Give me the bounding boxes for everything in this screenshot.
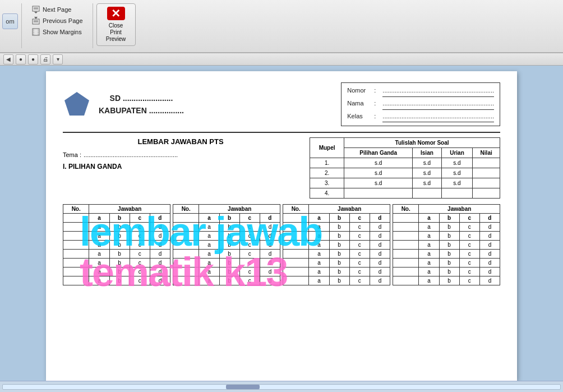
ans-row-3-7: abcd xyxy=(283,276,390,285)
mupel-is-1: s.d xyxy=(413,158,441,168)
show-margins-button[interactable]: Show Margins xyxy=(30,27,84,37)
th-d-1: d xyxy=(150,214,170,223)
th-a-4: a xyxy=(419,214,439,223)
ans-row-1-6: abcd xyxy=(63,268,170,276)
mupel-ur-1: s.d xyxy=(441,158,473,168)
th-c-4: c xyxy=(459,214,479,223)
kelas-colon: : xyxy=(374,111,376,124)
show-margins-label: Show Margins xyxy=(43,29,82,35)
tb2-btn-1[interactable]: ◀ xyxy=(3,54,13,64)
school-logo xyxy=(63,90,91,118)
kelas-row: Kelas : ................................… xyxy=(347,111,494,124)
mupel-row-4: 4. xyxy=(310,188,500,199)
ans-row-4-7: abcd xyxy=(393,276,500,285)
mupel-ur-4 xyxy=(441,188,473,199)
urian-col: Urian xyxy=(441,148,473,158)
toolbar-separator-2 xyxy=(93,3,93,48)
tb2-btn-4[interactable]: 🖨 xyxy=(40,54,50,64)
ans-row-4-1: abcd xyxy=(393,223,500,232)
zoom-label: om xyxy=(6,18,14,25)
jawaban-col-4: Jawaban xyxy=(419,205,500,214)
th-empty-1 xyxy=(63,214,89,223)
nama-dots: ........................................… xyxy=(382,98,494,110)
answer-table-3: No. Jawaban a b c d abcd abcd abcd a xyxy=(283,204,390,285)
pg-col: Pilihan Ganda xyxy=(344,148,413,158)
ans-row-1-3: abcd xyxy=(63,241,170,250)
nama-colon: : xyxy=(374,98,376,111)
th-c-3: c xyxy=(349,214,370,223)
mupel-row-1: 1. s.d s.d s.d xyxy=(310,158,500,168)
close-print-label: Close Print Preview xyxy=(103,22,130,43)
ans-row-4-5: abcd xyxy=(393,259,500,268)
school-name-line2: KABUPATEN ................ xyxy=(99,104,184,117)
next-page-button[interactable]: Next Page xyxy=(30,4,73,15)
mupel-is-4 xyxy=(413,188,441,199)
mupel-val-2 xyxy=(473,168,500,178)
toolbar: om Next Page xyxy=(0,0,563,53)
svg-marker-11 xyxy=(64,92,89,116)
ans-row-1-1: abcd xyxy=(63,223,170,232)
ans-row-2-3: abcd xyxy=(173,241,280,250)
close-print-preview-button[interactable]: ✕ Close Print Preview xyxy=(96,3,136,46)
tema-dots: ........................................… xyxy=(84,151,178,158)
kelas-label: Kelas xyxy=(347,111,370,124)
form-left: LEMBAR JAWABAN PTS Tema : ..............… xyxy=(63,137,298,199)
document-page: SD ....................... KABUPATEN ...… xyxy=(46,71,517,381)
mupel-ur-3: s.d xyxy=(441,178,473,188)
ans-row-1-2: abcd xyxy=(63,232,170,241)
next-page-icon xyxy=(31,5,40,14)
close-x-icon: ✕ xyxy=(107,7,125,20)
answer-tables: No. Jawaban a b c d abcd abcd abcd a xyxy=(63,204,500,285)
answer-table-4: No. Jawaban a b c d abcd abcd abcd a xyxy=(393,204,500,285)
pilihan-ganda-title: I. PILIHAN GANDA xyxy=(63,163,298,170)
mupel-row-2: 2. s.d s.d s.d xyxy=(310,168,500,178)
jawaban-col-3: Jawaban xyxy=(309,205,390,214)
no-col-3: No. xyxy=(283,205,309,214)
nomor-colon: : xyxy=(374,85,376,98)
th-a-2: a xyxy=(199,214,219,223)
doc-header: SD ....................... KABUPATEN ...… xyxy=(63,82,500,126)
scrollbar[interactable] xyxy=(0,381,563,392)
th-a-1: a xyxy=(89,214,109,223)
ans-row-1-7: abcd xyxy=(63,276,170,285)
previous-page-button[interactable]: Previous Page xyxy=(30,16,85,26)
form-title: LEMBAR JAWABAN PTS xyxy=(63,137,298,146)
th-a-3: a xyxy=(309,214,329,223)
svg-marker-5 xyxy=(34,17,38,19)
ans-row-3-3: abcd xyxy=(283,241,390,250)
mupel-val-3 xyxy=(473,178,500,188)
ans-row-3-5: abcd xyxy=(283,259,390,268)
ans-row-2-6: abcd xyxy=(173,268,280,276)
th-empty-4 xyxy=(393,214,419,223)
nomor-dots: ........................................… xyxy=(382,85,494,97)
toolbar2: ◀ ● ● 🖨 ▾ xyxy=(0,53,563,66)
tulislah-header: Tulislah Nomor Soal xyxy=(344,138,500,148)
zoom-button[interactable]: om xyxy=(2,13,18,29)
mupel-is-3: s.d xyxy=(413,178,441,188)
nomor-label: Nomor xyxy=(347,85,370,98)
mupel-no-2: 2. xyxy=(310,168,344,178)
ans-row-2-5: abcd xyxy=(173,259,280,268)
scroll-thumb[interactable] xyxy=(226,385,260,389)
previous-page-label: Previous Page xyxy=(43,17,83,24)
tb2-btn-2[interactable]: ● xyxy=(16,54,26,64)
mupel-val-1 xyxy=(473,158,500,168)
toolbar-separator xyxy=(21,3,22,48)
school-info: SD ....................... KABUPATEN ...… xyxy=(63,90,184,118)
ans-row-1-5: abcd xyxy=(63,259,170,268)
th-b-4: b xyxy=(439,214,459,223)
tb2-btn-5[interactable]: ▾ xyxy=(53,54,63,64)
ans-row-2-1: abcd xyxy=(173,223,280,232)
tb2-btn-3[interactable]: ● xyxy=(28,54,38,64)
no-col-1: No. xyxy=(63,205,89,214)
isian-col: Isian xyxy=(413,148,441,158)
school-name-line1: SD ....................... xyxy=(99,92,184,104)
ans-row-3-2: abcd xyxy=(283,232,390,241)
ans-row-2-2: abcd xyxy=(173,232,280,241)
scroll-track[interactable] xyxy=(2,384,561,390)
nama-row: Nama : .................................… xyxy=(347,98,494,111)
th-d-4: d xyxy=(479,214,500,223)
th-empty-3 xyxy=(283,214,309,223)
mupel-no-4: 4. xyxy=(310,188,344,199)
no-col-4: No. xyxy=(393,205,419,214)
